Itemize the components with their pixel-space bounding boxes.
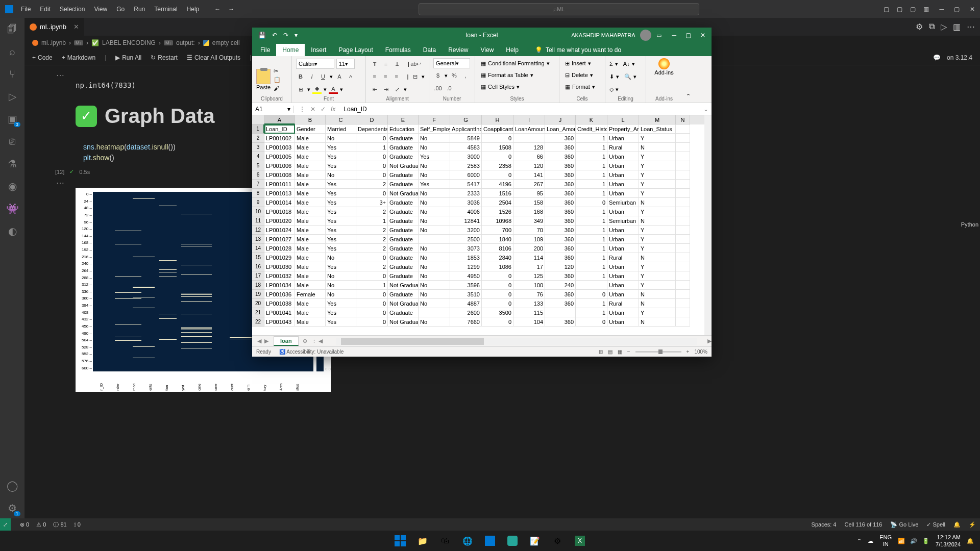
row-header[interactable]: 4 bbox=[252, 152, 264, 161]
cell[interactable] bbox=[676, 253, 690, 262]
cell[interactable]: LP001013 bbox=[264, 189, 295, 198]
add-sheet-icon[interactable]: ⊕ bbox=[299, 338, 311, 344]
cell[interactable]: 0 bbox=[576, 198, 607, 207]
cell[interactable]: 240 bbox=[545, 281, 576, 290]
zoom-slider[interactable] bbox=[635, 351, 681, 353]
cell[interactable]: 1 bbox=[576, 271, 607, 281]
format-painter-icon[interactable]: 🖌 bbox=[274, 85, 281, 91]
conditional-formatting-button[interactable]: ▦ Conditional Formatting ▾ bbox=[479, 58, 555, 68]
cut-icon[interactable]: ✂ bbox=[274, 68, 281, 74]
minimize-icon[interactable]: ─ bbox=[939, 6, 944, 13]
cell[interactable]: 2840 bbox=[482, 253, 513, 262]
cell[interactable]: Rural bbox=[607, 253, 639, 262]
cell[interactable]: Graduate bbox=[388, 134, 419, 143]
cell[interactable]: 2504 bbox=[482, 198, 513, 207]
row-header[interactable]: 19 bbox=[252, 290, 264, 299]
cell[interactable]: Urban bbox=[607, 244, 639, 253]
cell[interactable]: Yes bbox=[326, 262, 356, 271]
more-icon[interactable]: ⋯ bbox=[967, 22, 975, 32]
row-header[interactable]: 10 bbox=[252, 207, 264, 216]
cell[interactable]: 1299 bbox=[450, 262, 482, 271]
row-header[interactable]: 14 bbox=[252, 244, 264, 253]
cell[interactable]: 0 bbox=[356, 290, 388, 299]
fx-dropdown-icon[interactable]: ⋮ bbox=[299, 106, 305, 113]
cell[interactable]: No bbox=[419, 189, 450, 198]
notifications-icon[interactable]: 🔔 bbox=[953, 521, 961, 528]
column-header[interactable]: F bbox=[419, 115, 450, 124]
cell[interactable]: Male bbox=[295, 152, 326, 161]
cell[interactable]: 4583 bbox=[450, 143, 482, 152]
cell[interactable]: 17 bbox=[513, 262, 545, 271]
cell[interactable]: Loan_Amount_Term bbox=[545, 124, 576, 134]
cell[interactable]: Not Graduate bbox=[388, 281, 419, 290]
percent-icon[interactable]: % bbox=[450, 71, 459, 80]
cell[interactable]: 200 bbox=[513, 244, 545, 253]
decrease-decimal-icon[interactable]: .0 bbox=[445, 84, 454, 93]
cell[interactable]: Urban bbox=[607, 235, 639, 244]
maximize-icon[interactable]: ▢ bbox=[685, 32, 691, 39]
cell[interactable]: 0 bbox=[356, 152, 388, 161]
cell[interactable]: 1086 bbox=[482, 262, 513, 271]
spell-check[interactable]: ✓ Spell bbox=[926, 521, 945, 528]
cell[interactable]: 104 bbox=[513, 317, 545, 327]
tab-help[interactable]: Help bbox=[500, 44, 525, 56]
row-header[interactable]: 7 bbox=[252, 180, 264, 189]
cell[interactable]: LP001008 bbox=[264, 170, 295, 180]
panel-bottom-icon[interactable]: ▢ bbox=[897, 6, 902, 13]
cell[interactable]: N bbox=[639, 216, 676, 226]
column-header[interactable]: B bbox=[295, 115, 326, 124]
format-as-table-button[interactable]: ▦ Format as Table ▾ bbox=[479, 70, 555, 80]
cell[interactable]: Male bbox=[295, 170, 326, 180]
cell[interactable]: 360 bbox=[545, 207, 576, 216]
cell[interactable]: Urban bbox=[607, 180, 639, 189]
cell[interactable]: LP001002 bbox=[264, 134, 295, 143]
menu-edit[interactable]: Edit bbox=[40, 6, 51, 13]
cell[interactable]: 133 bbox=[513, 299, 545, 308]
cell[interactable]: 2 bbox=[356, 262, 388, 271]
cell[interactable]: 141 bbox=[513, 170, 545, 180]
tab-file[interactable]: File bbox=[254, 44, 276, 56]
cell[interactable]: 1 bbox=[356, 143, 388, 152]
cell[interactable]: 360 bbox=[545, 290, 576, 299]
cell[interactable] bbox=[676, 134, 690, 143]
cell[interactable]: Yes bbox=[419, 180, 450, 189]
paste-button[interactable]: Paste bbox=[256, 58, 271, 101]
row-header[interactable]: 5 bbox=[252, 161, 264, 170]
cell[interactable]: 0 bbox=[482, 290, 513, 299]
cell[interactable]: Urban bbox=[607, 134, 639, 143]
cell[interactable]: 4196 bbox=[482, 180, 513, 189]
cell[interactable]: Male bbox=[295, 317, 326, 327]
cell[interactable]: 0 bbox=[482, 299, 513, 308]
align-bottom-icon[interactable]: ⫫ bbox=[393, 59, 402, 68]
cell[interactable]: Urban bbox=[607, 189, 639, 198]
cell[interactable] bbox=[676, 281, 690, 290]
row-header[interactable]: 15 bbox=[252, 253, 264, 262]
cell[interactable]: LP001014 bbox=[264, 198, 295, 207]
cell[interactable]: 360 bbox=[545, 226, 576, 235]
cell[interactable]: No bbox=[419, 299, 450, 308]
cell[interactable]: 0 bbox=[356, 299, 388, 308]
cell[interactable]: 1 bbox=[576, 299, 607, 308]
fill-icon[interactable]: ⬇ bbox=[609, 73, 614, 80]
cell[interactable]: Male bbox=[295, 253, 326, 262]
cell[interactable]: Y bbox=[639, 152, 676, 161]
errors-count[interactable]: ⊗ 0 bbox=[20, 521, 29, 528]
align-left-icon[interactable]: ≡ bbox=[370, 72, 379, 81]
collapse-ribbon-icon[interactable]: ⌃ bbox=[682, 56, 695, 103]
cell[interactable]: Y bbox=[639, 180, 676, 189]
crumb-empty[interactable]: empty cell bbox=[212, 39, 240, 46]
cell[interactable]: Graduate bbox=[388, 290, 419, 299]
cell[interactable]: Loan_Status bbox=[639, 124, 676, 134]
edge-icon[interactable]: 🌐 bbox=[458, 531, 477, 550]
cell[interactable]: Male bbox=[295, 198, 326, 207]
italic-button[interactable]: I bbox=[307, 72, 316, 81]
column-header[interactable]: N bbox=[676, 115, 690, 124]
cell[interactable]: 360 bbox=[545, 161, 576, 170]
align-right-icon[interactable]: ≡ bbox=[392, 72, 401, 81]
cell[interactable]: Male bbox=[295, 207, 326, 216]
comments-icon[interactable]: 💬 bbox=[933, 54, 941, 61]
onedrive-icon[interactable]: ☁ bbox=[868, 538, 873, 544]
cell[interactable]: 360 bbox=[545, 143, 576, 152]
close-icon[interactable]: ✕ bbox=[970, 6, 975, 13]
cell[interactable]: Yes bbox=[326, 235, 356, 244]
